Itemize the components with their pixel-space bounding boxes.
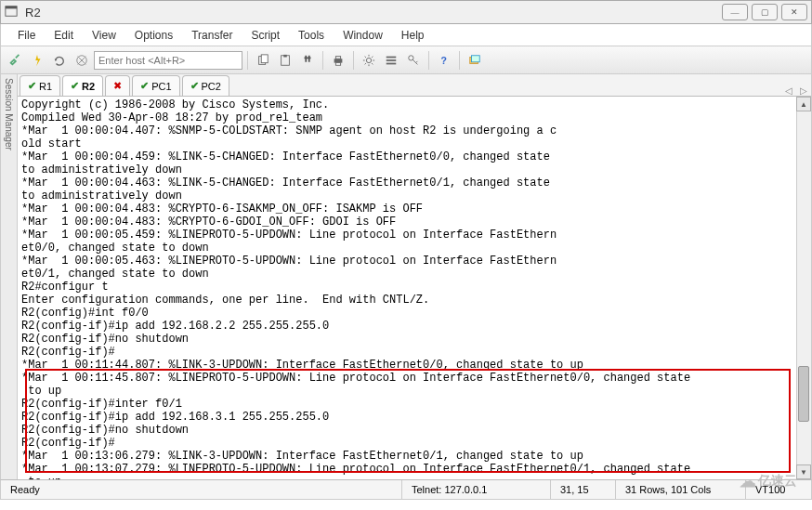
status-ready: Ready: [1, 480, 402, 499]
key-icon[interactable]: [403, 50, 424, 71]
session-tabs: ✔R1 ✔R2 ✖ ✔PC1 ✔PC2 ◁ ▷: [18, 74, 811, 97]
menu-transfer[interactable]: Transfer: [182, 29, 242, 42]
workspace: Session Manager ✔R1 ✔R2 ✖ ✔PC1 ✔PC2 ◁ ▷ …: [0, 74, 812, 479]
close-x-icon: ✖: [113, 80, 122, 92]
print-icon[interactable]: [328, 50, 348, 71]
find-icon[interactable]: [297, 50, 318, 71]
session-manager-tab[interactable]: Session Manager: [1, 74, 18, 479]
toolbar: ?: [0, 46, 812, 74]
tabs-scroll-left-icon[interactable]: ◁: [781, 85, 796, 96]
check-icon: ✔: [71, 80, 79, 92]
window-controls: — ▢ ✕: [722, 4, 807, 20]
scrollbar-track[interactable]: ▲ ▼: [796, 97, 811, 479]
toolbar-separator: [459, 51, 460, 70]
help-icon[interactable]: ?: [434, 50, 454, 71]
watermark: ☁ 亿速云: [740, 471, 797, 491]
main-area: ✔R1 ✔R2 ✖ ✔PC1 ✔PC2 ◁ ▷ Copyright (c) 19…: [18, 74, 811, 479]
menu-options[interactable]: Options: [125, 29, 182, 42]
status-connection: Telnet: 127.0.0.1: [402, 480, 551, 499]
tab-pc1[interactable]: ✔PC1: [132, 75, 179, 96]
paste-icon[interactable]: [275, 50, 295, 71]
terminal-output[interactable]: Copyright (c) 1986-2008 by Cisco Systems…: [18, 97, 811, 479]
watermark-text: 亿速云: [758, 473, 797, 490]
check-icon: ✔: [28, 80, 36, 92]
svg-rect-11: [386, 56, 397, 58]
svg-rect-17: [472, 55, 480, 61]
tab-close-x[interactable]: ✖: [105, 75, 130, 96]
svg-text:?: ?: [441, 54, 447, 65]
svg-rect-9: [335, 62, 340, 65]
menu-window[interactable]: Window: [334, 29, 392, 42]
tab-r2[interactable]: ✔R2: [62, 75, 103, 96]
check-icon: ✔: [140, 80, 149, 92]
menu-script[interactable]: Script: [242, 29, 289, 42]
tab-label: PC1: [151, 81, 171, 92]
terminal[interactable]: Copyright (c) 1986-2008 by Cisco Systems…: [18, 97, 811, 479]
svg-rect-12: [386, 59, 397, 61]
tab-label: R1: [39, 81, 52, 92]
status-size: 31 Rows, 101 Cols: [616, 480, 746, 499]
check-icon: ✔: [190, 80, 199, 92]
window-title: R2: [25, 6, 722, 20]
menu-bar: File Edit View Options Transfer Script T…: [0, 24, 812, 46]
svg-point-10: [366, 58, 371, 62]
menu-edit[interactable]: Edit: [45, 29, 83, 42]
copy-icon[interactable]: [253, 50, 273, 71]
toolbar-separator: [428, 51, 429, 70]
toolbar-separator: [353, 51, 354, 70]
title-bar: R2 — ▢ ✕: [0, 0, 812, 24]
svg-rect-6: [283, 54, 287, 57]
connect-icon[interactable]: [5, 50, 25, 71]
svg-rect-7: [334, 59, 343, 62]
menu-help[interactable]: Help: [392, 29, 434, 42]
disconnect-icon[interactable]: [72, 50, 92, 71]
status-bar: Ready Telnet: 127.0.0.1 31, 15 31 Rows, …: [0, 479, 812, 500]
svg-rect-13: [386, 62, 397, 64]
tab-pc2[interactable]: ✔PC2: [182, 75, 229, 96]
maximize-button[interactable]: ▢: [752, 4, 778, 20]
options-icon[interactable]: [381, 50, 401, 71]
cloud-icon: ☁: [740, 471, 756, 491]
menu-view[interactable]: View: [83, 29, 125, 42]
quick-connect-icon[interactable]: [27, 50, 47, 71]
scroll-thumb[interactable]: [798, 366, 809, 422]
scroll-down-icon[interactable]: ▼: [796, 464, 811, 479]
new-tab-icon[interactable]: [465, 50, 485, 71]
status-cursor: 31, 15: [551, 480, 616, 499]
tab-r1[interactable]: ✔R1: [20, 75, 60, 96]
svg-rect-4: [261, 54, 268, 62]
host-input[interactable]: [94, 51, 242, 70]
properties-icon[interactable]: [359, 50, 379, 71]
toolbar-separator: [247, 51, 248, 70]
scroll-up-icon[interactable]: ▲: [796, 97, 811, 111]
close-button[interactable]: ✕: [781, 4, 807, 20]
reconnect-icon[interactable]: [49, 50, 70, 71]
svg-rect-1: [6, 7, 17, 9]
minimize-button[interactable]: —: [722, 4, 748, 20]
tabs-scroll-right-icon[interactable]: ▷: [796, 85, 811, 96]
menu-file[interactable]: File: [8, 29, 45, 42]
tab-label: PC2: [202, 81, 221, 92]
svg-rect-8: [335, 56, 340, 59]
menu-tools[interactable]: Tools: [289, 29, 334, 42]
app-icon: [5, 5, 20, 20]
tab-label: R2: [82, 81, 95, 92]
toolbar-separator: [322, 51, 323, 70]
